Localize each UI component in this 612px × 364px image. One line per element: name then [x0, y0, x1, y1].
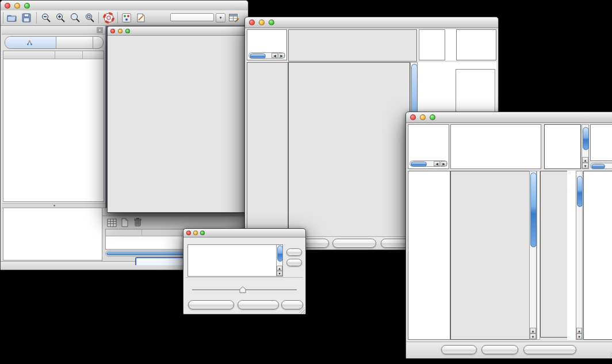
create-vizmap-button[interactable]: [238, 300, 279, 309]
tv2-detail-vscrollbar[interactable]: ▲ ▼: [576, 171, 583, 340]
main-titlebar[interactable]: [1, 1, 248, 11]
annotation-icon[interactable]: [136, 13, 146, 23]
tv2-collabel-vscrollbar[interactable]: ▲ ▼: [582, 124, 589, 169]
close-button[interactable]: [186, 231, 191, 235]
trash-icon[interactable]: [133, 217, 142, 227]
tv1-view-status-panel: ◀ ▶: [247, 29, 287, 60]
zoom-button[interactable]: [430, 114, 435, 120]
tv2-heatmap-vscrollbar[interactable]: ▲ ▼: [529, 171, 537, 340]
tv2-usage-hints-panel: [590, 124, 612, 161]
tv2-gene-labels: [583, 171, 612, 340]
main-toolbar: ▼: [1, 10, 248, 26]
network-view-window: [107, 26, 247, 213]
zoom-selected-icon[interactable]: [70, 13, 81, 23]
tv2-view-status-scrollbar[interactable]: ◀ ▶: [410, 160, 447, 167]
tv1-column-labels: [419, 29, 445, 60]
view-status-text: [247, 32, 286, 33]
tv2-button-bar: [406, 342, 612, 358]
tv1-row-dendrogram[interactable]: [247, 62, 288, 237]
slider-thumb[interactable]: [239, 286, 246, 293]
move-down-button[interactable]: [286, 259, 302, 266]
network-tab-icon: [27, 40, 32, 45]
zoom-button[interactable]: [269, 20, 274, 25]
tab-overflow-arrow[interactable]: [93, 37, 103, 48]
minimize-button[interactable]: [420, 114, 426, 120]
tv2-heatmap[interactable]: [450, 171, 530, 340]
minimize-button[interactable]: [14, 3, 20, 9]
zoom-in-icon[interactable]: [55, 13, 66, 23]
minimize-button[interactable]: [193, 231, 198, 235]
minimize-button[interactable]: [259, 20, 265, 25]
close-button[interactable]: [410, 114, 416, 120]
birdseye-panel: [3, 208, 104, 260]
tv1-column-dendrogram[interactable]: [288, 29, 417, 62]
attribute-browser-icon[interactable]: [228, 13, 240, 23]
window-controls: [5, 3, 30, 9]
treeview2-titlebar[interactable]: [406, 112, 612, 123]
speed-slider[interactable]: [192, 286, 297, 293]
attribute-list[interactable]: ▲ ▼: [188, 244, 283, 277]
zoom-button[interactable]: [200, 231, 205, 235]
tv1-heatmap[interactable]: [288, 62, 410, 237]
tv2-detail-heatmap[interactable]: [540, 171, 568, 338]
search-input[interactable]: [170, 13, 214, 21]
export-graphics-button[interactable]: [332, 239, 376, 248]
control-panel: [2, 26, 106, 262]
move-up-button[interactable]: [286, 248, 302, 256]
view-status-text: [408, 127, 449, 128]
animate-vizmap-button[interactable]: [188, 300, 234, 309]
new-document-icon[interactable]: [121, 218, 129, 227]
tab-vizmapper[interactable]: [56, 37, 93, 48]
tv2-column-labels-panel: [544, 124, 581, 169]
help-lifering-icon[interactable]: [103, 12, 114, 24]
tv2-usage-scrollbar[interactable]: [590, 163, 612, 169]
zoom-fit-icon[interactable]: [85, 13, 95, 23]
treeview-window-combined: ◀ ▶ ▲ ▼ ▲ ▼ ▲ ▼: [406, 112, 612, 359]
network-view-canvas[interactable]: [108, 36, 246, 212]
export-graphics-button[interactable]: [523, 345, 576, 354]
minimize-button[interactable]: [118, 29, 123, 33]
resize-grip[interactable]: [299, 308, 305, 313]
tab-network[interactable]: [5, 37, 56, 48]
zoom-button[interactable]: [125, 29, 130, 33]
tv2-view-status-panel: ◀ ▶: [408, 124, 449, 169]
desktop: { "palette": { "desktop": "#000000", "la…: [0, 0, 612, 364]
attribute-list-group: ▲ ▼: [186, 238, 303, 278]
network-view-titlebar[interactable]: [108, 26, 247, 36]
animation-speed-group: [186, 278, 303, 298]
float-panel-icon[interactable]: [97, 27, 103, 33]
control-panel-tabs: [5, 36, 104, 49]
close-button[interactable]: [5, 3, 10, 9]
settings-button[interactable]: [441, 345, 477, 354]
tv1-usage-hints-panel: [456, 29, 496, 60]
tv2-row-dendrogram[interactable]: [408, 171, 450, 340]
view-status-scrollbar[interactable]: ◀ ▶: [248, 52, 285, 59]
close-button[interactable]: [249, 20, 255, 25]
usage-hints-text: [591, 127, 612, 128]
zoom-button[interactable]: [24, 3, 30, 9]
tv1-similarity-matrix[interactable]: [419, 71, 452, 100]
save-data-button[interactable]: [481, 345, 518, 354]
tv2-column-dendrogram[interactable]: [450, 124, 541, 169]
usage-hints-text: [457, 32, 496, 33]
network-table: [3, 51, 104, 202]
map-dialog-titlebar[interactable]: [183, 229, 305, 237]
close-button[interactable]: [110, 29, 115, 33]
table-icon[interactable]: [107, 219, 117, 227]
treeview1-titlebar[interactable]: [245, 17, 498, 28]
search-combo-arrow[interactable]: ▼: [216, 13, 225, 22]
map-colors-dialog: ▲ ▼: [183, 228, 306, 315]
zoom-out-icon[interactable]: [41, 13, 51, 23]
open-folder-icon[interactable]: [6, 13, 17, 23]
network-table-header: [3, 51, 104, 59]
save-icon[interactable]: [21, 13, 32, 23]
vizmapper-icon[interactable]: [121, 13, 132, 23]
tv2-gap2: [567, 171, 576, 340]
network-overview-canvas[interactable]: [6, 210, 101, 263]
